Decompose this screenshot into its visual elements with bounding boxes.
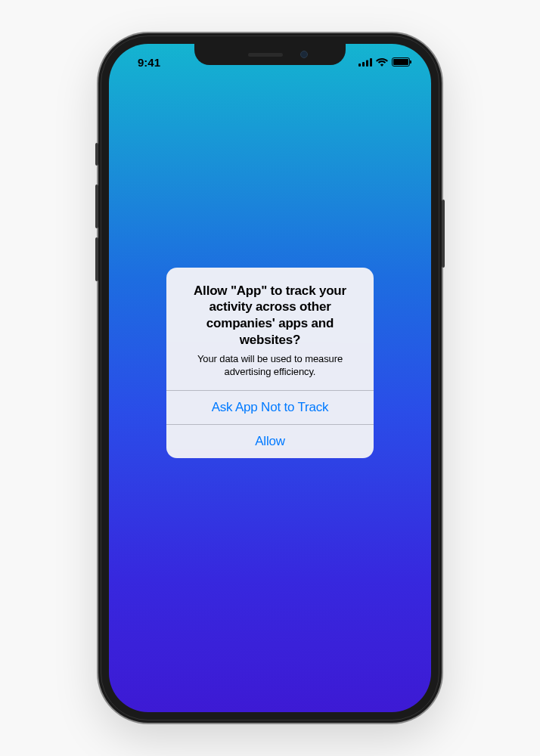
speaker-grille	[248, 53, 283, 57]
dialog-content: Allow "App" to track your activity acros…	[166, 268, 374, 391]
svg-rect-1	[362, 62, 365, 67]
modal-overlay: Allow "App" to track your activity acros…	[109, 44, 431, 712]
iphone-device-frame: 9:41	[98, 33, 442, 723]
power-button	[442, 200, 445, 268]
cellular-signal-icon	[358, 58, 372, 67]
volume-up-button	[95, 184, 98, 228]
battery-icon	[392, 57, 410, 67]
dialog-subtitle: Your data will be used to measure advert…	[180, 353, 360, 379]
phone-screen: 9:41	[109, 44, 431, 712]
tracking-permission-dialog: Allow "App" to track your activity acros…	[166, 268, 374, 459]
volume-down-button	[95, 237, 98, 281]
display-notch	[194, 44, 346, 65]
allow-button[interactable]: Allow	[166, 424, 374, 458]
wifi-icon	[376, 58, 388, 67]
status-indicators	[358, 54, 413, 67]
front-camera	[300, 51, 308, 58]
ask-not-to-track-button[interactable]: Ask App Not to Track	[166, 390, 374, 424]
silence-switch	[95, 143, 98, 166]
dialog-title: Allow "App" to track your activity acros…	[180, 283, 360, 349]
svg-rect-0	[358, 64, 361, 67]
svg-rect-2	[366, 60, 368, 67]
status-time: 9:41	[127, 53, 160, 69]
svg-rect-3	[370, 58, 372, 67]
